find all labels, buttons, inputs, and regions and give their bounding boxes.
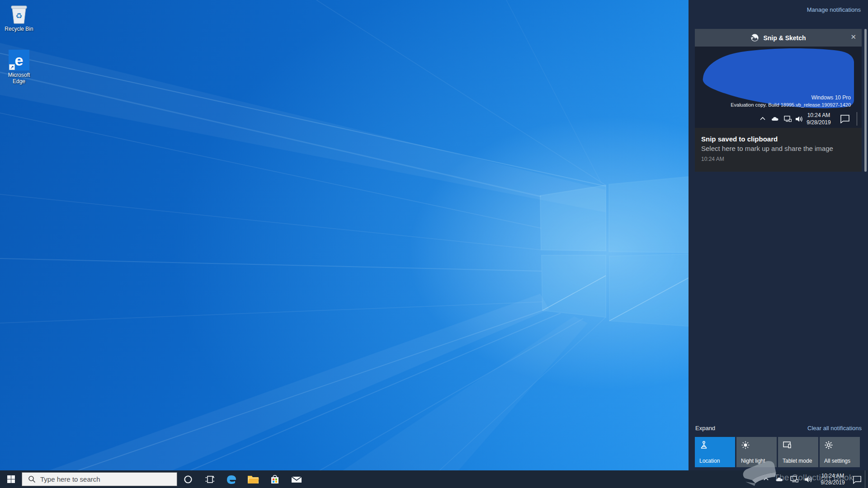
- tray-date: 9/28/2019: [818, 479, 848, 486]
- shortcut-arrow-icon: ↗: [9, 64, 15, 70]
- start-button[interactable]: [0, 470, 22, 488]
- night-light-icon: [741, 441, 750, 450]
- system-tray: 10:24 AM 9/28/2019: [760, 470, 868, 488]
- svg-text:♻: ♻: [15, 12, 22, 20]
- desktop-icon-microsoft-edge[interactable]: e ↗ Microsoft Edge: [0, 50, 38, 84]
- notification-thumbnail[interactable]: Windows 10 Pro Evaluation copy. Build 18…: [695, 47, 862, 128]
- quick-actions: Location Night light: [695, 437, 860, 467]
- taskbar-store-button[interactable]: [264, 470, 286, 488]
- desktop-icon-label: Microsoft Edge: [5, 72, 33, 84]
- desktop-icon-label: Recycle Bin: [0, 26, 38, 32]
- notification-header: Snip & Sketch ✕: [695, 29, 862, 47]
- manage-notifications-link[interactable]: Manage notifications: [807, 6, 861, 13]
- tray-volume-button[interactable]: [801, 470, 816, 488]
- quick-action-location[interactable]: Location: [695, 437, 735, 467]
- action-center-icon: [852, 475, 862, 484]
- file-explorer-icon: [247, 474, 259, 484]
- quick-action-tablet-mode[interactable]: Tablet mode: [778, 437, 818, 467]
- expand-button[interactable]: Expand: [695, 425, 715, 432]
- cortana-icon: [184, 475, 193, 484]
- gear-icon: [824, 441, 833, 450]
- quick-action-night-light[interactable]: Night light: [736, 437, 777, 467]
- tray-clock[interactable]: 10:24 AM 9/28/2019: [816, 473, 849, 486]
- scrollbar-thumb[interactable]: [864, 29, 867, 172]
- thumb-watermark-build: Evaluation copy. Build 18995.vb_release.…: [731, 102, 851, 108]
- show-desktop-button[interactable]: [865, 470, 868, 488]
- onedrive-cloud-icon: [775, 476, 784, 483]
- edge-icon: [226, 474, 237, 485]
- search-icon: [28, 475, 36, 483]
- tray-network-button[interactable]: [787, 470, 801, 488]
- notification-card: Snip & Sketch ✕ Windows 10 Pro Evaluatio…: [695, 29, 862, 172]
- tray-onedrive-button[interactable]: [772, 470, 787, 488]
- notification-body[interactable]: Snip saved to clipboard Select here to m…: [695, 128, 862, 172]
- snip-and-sketch-icon: [750, 33, 759, 42]
- close-icon[interactable]: ✕: [850, 33, 856, 41]
- windows-logo-icon: [7, 475, 15, 483]
- desktop-icon-recycle-bin[interactable]: ♻ Recycle Bin: [0, 4, 38, 32]
- recycle-bin-icon: ♻: [9, 4, 29, 24]
- tile-label: Night light: [741, 458, 765, 464]
- task-view-button[interactable]: [199, 470, 221, 488]
- tile-label: All settings: [824, 458, 850, 464]
- windows-logo-panes: [540, 177, 689, 326]
- taskbar-mail-button[interactable]: [286, 470, 307, 488]
- windows-desktop: ♻ Recycle Bin e ↗ Microsoft Edge Manage …: [0, 0, 868, 488]
- thumb-system-tray: 10:24 AM 9/28/2019: [695, 111, 862, 127]
- microsoft-store-icon: [269, 474, 280, 485]
- volume-icon: [804, 475, 813, 483]
- notification-subtitle: Select here to mark up and share the ima…: [701, 145, 855, 152]
- taskbar: 10:24 AM 9/28/2019: [0, 470, 868, 488]
- tray-time: 10:24 AM: [818, 473, 848, 479]
- task-view-icon: [205, 475, 215, 484]
- action-center-button[interactable]: [849, 470, 865, 488]
- location-icon: [699, 441, 708, 450]
- tile-label: Tablet mode: [783, 458, 812, 464]
- chevron-up-icon: [763, 476, 769, 483]
- thumb-action-center-icon: [840, 114, 850, 123]
- taskbar-edge-button[interactable]: [221, 470, 242, 488]
- thumb-network-icon: [783, 115, 792, 122]
- search-input[interactable]: [40, 475, 167, 483]
- mail-icon: [291, 475, 302, 484]
- thumb-onedrive-cloud-icon: [771, 115, 780, 122]
- edge-tile-icon: e ↗: [9, 50, 29, 70]
- thumb-watermark-edition: Windows 10 Pro: [811, 94, 851, 101]
- thumb-tray-clock: 10:24 AM 9/28/2019: [802, 112, 835, 126]
- notification-timestamp: 10:24 AM: [701, 156, 855, 162]
- action-center-panel: Manage notifications Snip & Sketch ✕ Win…: [689, 0, 868, 470]
- notification-title: Snip saved to clipboard: [701, 135, 855, 143]
- notification-app-name: Snip & Sketch: [763, 34, 806, 42]
- thumb-screen-edge-divider: [857, 112, 857, 126]
- tablet-mode-icon: [783, 441, 793, 450]
- cortana-button[interactable]: [177, 470, 199, 488]
- quick-action-all-settings[interactable]: All settings: [820, 437, 860, 467]
- tile-label: Location: [699, 458, 720, 464]
- taskbar-search: [22, 472, 177, 486]
- clear-all-notifications-button[interactable]: Clear all notifications: [807, 425, 862, 432]
- tray-chevron-up-button[interactable]: [760, 470, 772, 488]
- network-icon: [790, 475, 798, 483]
- taskbar-file-explorer-button[interactable]: [242, 470, 264, 488]
- thumb-chevron-up-icon: [759, 115, 766, 122]
